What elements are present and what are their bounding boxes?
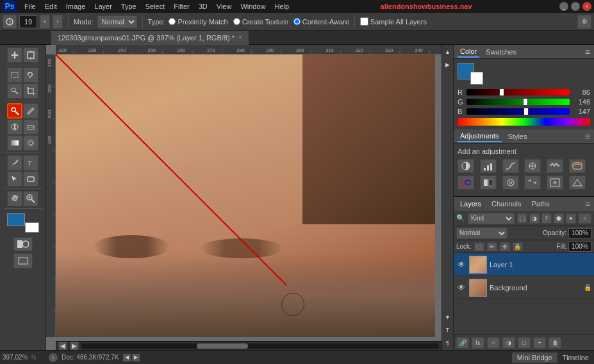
menu-type[interactable]: Type xyxy=(117,1,140,12)
lasso-tool[interactable] xyxy=(23,67,38,83)
exposure-btn[interactable] xyxy=(524,159,541,173)
crop-tool[interactable] xyxy=(23,83,38,99)
mid-T-btn[interactable]: T xyxy=(443,326,452,335)
content-aware-option[interactable]: Content-Aware xyxy=(293,18,349,26)
screen-mode-button[interactable] xyxy=(13,253,33,269)
lock-pixels-btn[interactable]: ✏ xyxy=(487,242,497,251)
next-btn[interactable]: ▶ xyxy=(132,354,140,361)
document-tab[interactable]: 120303gtmunpamas01.JPG @ 397% (Layer 1, … xyxy=(51,31,249,45)
photofilter-btn[interactable] xyxy=(502,176,519,190)
brush-size-input[interactable]: 19 xyxy=(19,15,37,28)
minimize-button[interactable]: _ xyxy=(559,2,568,11)
opacity-input[interactable]: 100% xyxy=(568,228,591,238)
filter-smart-btn[interactable]: ✦ xyxy=(566,213,576,224)
layer-item-1[interactable]: 👁 Background 🔒 xyxy=(454,276,594,299)
create-texture-radio[interactable] xyxy=(233,18,240,25)
bw-btn[interactable] xyxy=(480,176,497,190)
timeline-tab[interactable]: Timeline xyxy=(557,352,594,363)
mini-bridge-tab[interactable]: Mini Bridge xyxy=(512,352,557,363)
sample-all-layers-option[interactable]: Sample All Layers xyxy=(360,17,427,26)
colorlookup-btn[interactable] xyxy=(547,176,563,190)
prev-frame-btn[interactable]: ◀ xyxy=(58,342,67,351)
adjustments-tab[interactable]: Adjustments xyxy=(458,131,502,142)
layer-group-btn[interactable]: □ xyxy=(518,337,531,349)
lock-position-btn[interactable]: ✛ xyxy=(500,242,510,251)
mode-select[interactable]: Normal xyxy=(97,15,137,28)
filter-kind-select[interactable]: Kind xyxy=(468,213,515,224)
brush-size-down[interactable]: ‹ xyxy=(40,15,50,29)
brightness-contrast-btn[interactable] xyxy=(458,159,474,173)
bg-swatch[interactable] xyxy=(470,72,483,85)
status-info-btn[interactable]: i xyxy=(49,353,58,362)
menu-window[interactable]: Window xyxy=(236,1,269,12)
lock-all-btn[interactable]: 🔒 xyxy=(513,242,523,251)
tool-preset-picker[interactable] xyxy=(3,15,17,29)
brush-tool[interactable] xyxy=(23,103,38,119)
shape-tool[interactable] xyxy=(23,171,38,186)
layer-adjustment-btn[interactable]: ◑ xyxy=(502,337,515,349)
mid-para-btn[interactable]: ¶ xyxy=(443,338,452,347)
type-tool[interactable]: T xyxy=(23,155,38,170)
healing-brush-tool[interactable] xyxy=(7,103,22,119)
paths-tab[interactable]: Paths xyxy=(529,199,552,209)
layer-link-btn[interactable]: 🔗 xyxy=(456,337,469,349)
menu-image[interactable]: Image xyxy=(62,1,90,12)
blend-mode-select[interactable]: Normal xyxy=(456,228,507,239)
color-panel-menu[interactable]: ≡ xyxy=(585,47,590,57)
quick-mask-button[interactable] xyxy=(13,237,33,251)
foreground-color[interactable] xyxy=(7,213,25,226)
marquee-tool[interactable] xyxy=(7,67,22,83)
layer-item-0[interactable]: 👁 Layer 1 xyxy=(454,253,594,276)
menu-layer[interactable]: Layer xyxy=(90,1,116,12)
content-aware-radio[interactable] xyxy=(293,18,301,25)
colorbalance-btn[interactable] xyxy=(458,176,474,190)
channels-tab[interactable]: Channels xyxy=(489,199,524,209)
maximize-button[interactable]: □ xyxy=(571,2,580,11)
artboard-tool[interactable] xyxy=(23,47,38,63)
menu-view[interactable]: View xyxy=(213,1,236,12)
layer-delete-btn[interactable]: 🗑 xyxy=(549,337,561,349)
layers-panel-menu[interactable]: ≡ xyxy=(585,199,590,209)
close-button[interactable]: × xyxy=(582,2,591,11)
clone-stamp-tool[interactable] xyxy=(7,119,22,135)
menu-help[interactable]: Help xyxy=(271,1,293,12)
menu-filter[interactable]: Filter xyxy=(170,1,193,12)
layer-fx-btn[interactable]: fx xyxy=(472,337,484,349)
vibrance-btn[interactable] xyxy=(547,159,563,173)
b-slider[interactable] xyxy=(466,108,570,115)
tab-close-icon[interactable]: × xyxy=(238,34,242,41)
canvas-wrapper[interactable] xyxy=(56,54,435,337)
quick-select-tool[interactable] xyxy=(7,83,22,99)
g-thumb[interactable] xyxy=(523,98,528,106)
menu-edit[interactable]: Edit xyxy=(41,1,61,12)
menu-3d[interactable]: 3D xyxy=(195,1,211,12)
path-selection-tool[interactable] xyxy=(7,171,22,186)
channelmixer-btn[interactable] xyxy=(524,176,541,190)
styles-tab[interactable]: Styles xyxy=(506,131,530,142)
create-texture-option[interactable]: Create Texture xyxy=(233,18,288,26)
layers-tab[interactable]: Layers xyxy=(458,199,484,209)
menu-file[interactable]: File xyxy=(21,1,40,12)
filter-toggle-btn[interactable]: ○ xyxy=(579,213,591,224)
background-color[interactable] xyxy=(25,222,39,233)
eraser-tool[interactable] xyxy=(23,119,38,135)
hscroll-thumb[interactable] xyxy=(197,343,248,349)
brush-size-up[interactable]: › xyxy=(53,15,63,29)
zoom-tool[interactable] xyxy=(23,191,38,206)
huesat-btn[interactable] xyxy=(569,159,586,173)
hand-tool[interactable] xyxy=(7,191,22,206)
adj-panel-menu[interactable]: ≡ xyxy=(585,131,590,142)
mid-up-btn[interactable]: ▲ xyxy=(443,47,452,56)
sample-all-layers-checkbox[interactable] xyxy=(360,17,368,26)
proximity-match-radio[interactable] xyxy=(169,18,176,25)
filter-type-btn[interactable]: T xyxy=(541,213,552,224)
next-frame-btn[interactable]: ▶ xyxy=(70,342,79,351)
move-tool[interactable] xyxy=(7,47,22,63)
invert-btn[interactable] xyxy=(569,176,586,190)
curves-btn[interactable] xyxy=(502,159,519,173)
g-slider[interactable] xyxy=(466,99,570,105)
filter-adjustment-btn[interactable]: ◑ xyxy=(529,213,540,224)
b-thumb[interactable] xyxy=(524,108,529,115)
mid-down-btn[interactable]: ▼ xyxy=(443,313,452,322)
r-slider[interactable] xyxy=(466,89,570,95)
